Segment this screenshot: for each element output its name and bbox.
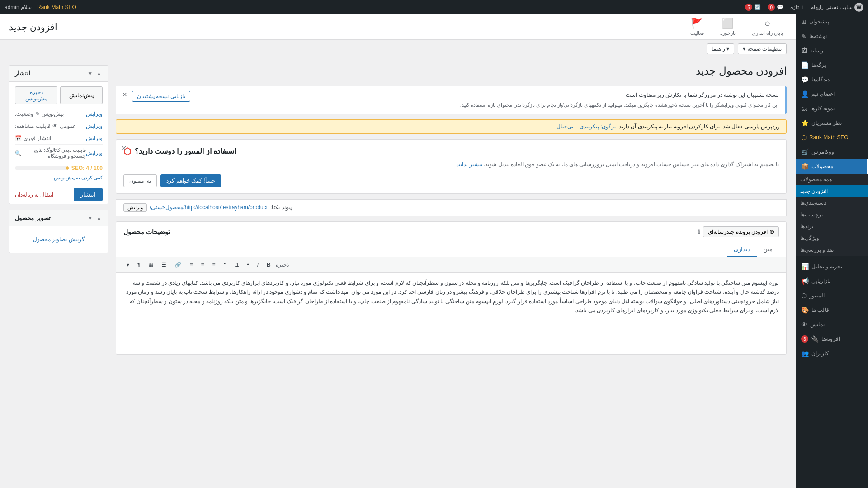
permalink-url[interactable]: http://localhost/testrayham/product/محصو… bbox=[150, 204, 268, 211]
sidebar-item-posts[interactable]: نوشته‌ها ✎ bbox=[796, 29, 868, 43]
add-media-btn[interactable]: ⊕ افزودن پرونده چندرسانه‌ای bbox=[703, 226, 779, 237]
ul-btn[interactable]: • bbox=[244, 260, 252, 270]
sidebar-item-woocommerce[interactable]: ووکامرس 🛒 bbox=[796, 145, 868, 159]
description-title: توضیحات محصول bbox=[123, 228, 170, 235]
backup-notice: نسخه پشتیبان این نوشته در مرورگر شما با … bbox=[116, 86, 787, 114]
sidebar-item-media[interactable]: رسانه 🖼 bbox=[796, 43, 868, 58]
list-btn[interactable]: ☰ bbox=[158, 260, 170, 270]
sidebar-item-team[interactable]: اعضای تیم 👤 bbox=[796, 87, 868, 101]
schedule-edit[interactable]: ویرایش bbox=[86, 135, 103, 141]
promo-yes-btn[interactable]: حتماً! کمک خواهم کرد bbox=[160, 174, 221, 187]
catalog-label-text: قابلیت دیدن کاتالوگ: نتایج جستجو و فروشگ… bbox=[23, 147, 86, 159]
catalog-edit[interactable]: ویرایش bbox=[86, 150, 103, 156]
image-upload-link[interactable]: گزینش تصاویر محصول bbox=[33, 236, 85, 243]
submenu-reviews-woo[interactable]: نقد و بررسی‌ها bbox=[796, 244, 868, 256]
admin-bar-comments[interactable]: 💬 0 bbox=[768, 4, 783, 11]
updates-label: بازخورد bbox=[720, 30, 736, 36]
blockquote-btn[interactable]: ❝ bbox=[221, 260, 230, 270]
tab-visual[interactable]: دیداری bbox=[727, 242, 757, 257]
visibility-edit[interactable]: ویرایش bbox=[86, 123, 103, 129]
preview-btn[interactable]: پیش‌نمایش bbox=[60, 86, 103, 104]
image-panel: ▲ ▼ تصویر محصول گزینش تصاویر محصول bbox=[9, 210, 108, 253]
img-toggle-up[interactable]: ▲ bbox=[95, 215, 103, 221]
submenu-label-cats: دسته‌بندی‌ها bbox=[800, 200, 826, 206]
description-box: ⊕ افزودن پرونده چندرسانه‌ای ℹ توضیحات مح… bbox=[116, 221, 787, 355]
promo-learn-more[interactable]: بیشتر بدانید bbox=[456, 161, 482, 168]
sidebar-label-products: محصولات bbox=[811, 163, 833, 169]
toggle-down-btn[interactable]: ▼ bbox=[86, 70, 94, 77]
sidebar-label-rankmath: Rank Math SEO bbox=[809, 134, 849, 141]
notice-backup-close[interactable]: ✕ bbox=[122, 91, 127, 98]
align-right-btn[interactable]: ≡ bbox=[209, 260, 218, 270]
toolbar-updates[interactable]: ⬜ بازخورد bbox=[717, 16, 739, 38]
sidebar-item-pages[interactable]: برگه‌ها 📄 bbox=[796, 58, 868, 72]
submenu-attributes[interactable]: ویژگی‌ها bbox=[796, 232, 868, 244]
seo-score-row: SEO: 4 / 100 bbox=[15, 162, 103, 174]
sidebar-item-elementor[interactable]: المنتور ⬡ bbox=[796, 288, 868, 303]
sidebar-item-users[interactable]: کاربران 👥 bbox=[796, 346, 868, 361]
admin-greeting[interactable]: سلام admin bbox=[5, 4, 32, 10]
admin-bar-new[interactable]: + تازه bbox=[790, 4, 804, 10]
warning-banner: وردپرس پارسی فعال شد! برای کارکردن افزون… bbox=[116, 119, 787, 134]
sidebar-item-products[interactable]: محصولات 📦 bbox=[796, 159, 868, 174]
settings-page-btn[interactable]: تنظیمات صفحه ▾ bbox=[738, 43, 787, 54]
link-btn[interactable]: 🔗 bbox=[171, 260, 184, 270]
submenu-tags[interactable]: برچسب‌ها bbox=[796, 209, 868, 221]
rank-math-adminbar[interactable]: Rank Math SEO bbox=[37, 4, 76, 10]
image-panel-title: تصویر محصول bbox=[15, 215, 51, 221]
improve-link[interactable]: کمی کردن به پیش‌نویس bbox=[54, 175, 103, 180]
sidebar-item-rankmath[interactable]: Rank Math SEO ⬡ bbox=[796, 130, 868, 145]
more-btn[interactable]: ▾ bbox=[123, 260, 132, 270]
italic-btn[interactable]: I bbox=[254, 260, 262, 270]
save-draft-btn[interactable]: ذخیره پیش‌نویس bbox=[15, 86, 57, 104]
align-center-btn[interactable]: ≡ bbox=[198, 260, 207, 270]
img-toggle-down[interactable]: ▼ bbox=[86, 215, 94, 221]
sidebar-item-portfolio[interactable]: نمونه کارها 🗂 bbox=[796, 101, 868, 116]
tab-text[interactable]: متن bbox=[757, 242, 779, 257]
admin-bar-updates[interactable]: 🔄 5 bbox=[745, 4, 761, 11]
image-panel-header[interactable]: ▲ ▼ تصویر محصول bbox=[9, 210, 108, 226]
ol-btn[interactable]: 1. bbox=[231, 260, 242, 270]
publish-panel-header[interactable]: ▲ ▼ انتشار bbox=[9, 66, 108, 82]
status-value: پیش‌نویس bbox=[42, 111, 64, 117]
align-left-btn[interactable]: ≡ bbox=[186, 260, 196, 270]
publish-btn[interactable]: انتشار bbox=[74, 188, 103, 201]
trash-link[interactable]: انتقال به زباله‌دان bbox=[15, 192, 53, 198]
sidebar-label-themes: قالب ها bbox=[811, 307, 829, 313]
paragraph-btn[interactable]: ¶ bbox=[134, 260, 143, 270]
bold-btn[interactable]: B bbox=[264, 260, 274, 270]
sidebar-item-reviews[interactable]: نظر مشتریان ⭐ bbox=[796, 116, 868, 130]
portfolio-icon: 🗂 bbox=[801, 105, 807, 112]
toolbar-dashboard[interactable]: ○ پایان راه اندازی bbox=[748, 16, 787, 38]
submenu-all-products[interactable]: همه محصولات bbox=[796, 174, 868, 185]
guide-btn[interactable]: ▾ راهنما bbox=[707, 43, 734, 54]
sidebar-label-plugins: افزونه‌ها bbox=[821, 336, 840, 342]
submenu-add-new[interactable]: افزودن جدید bbox=[796, 185, 868, 197]
promo-no-btn[interactable]: نه، ممنون bbox=[123, 174, 157, 187]
permalink-label: پیوند یکتا: bbox=[270, 204, 292, 211]
backup-restore-btn[interactable]: بازیابی نسخه پشتیبان bbox=[132, 91, 190, 102]
promo-close-btn[interactable]: ✕ bbox=[121, 144, 127, 153]
greeting-text: سلام admin bbox=[5, 4, 32, 10]
admin-bar-site[interactable]: W سایت تستی رایهام bbox=[811, 3, 863, 12]
tab-bar: متن دیداری bbox=[116, 242, 786, 257]
status-edit[interactable]: ویرایش bbox=[86, 111, 103, 117]
side-column: ▲ ▼ انتشار پیش‌نمایش ذخیره پیش‌نویس ویرا… bbox=[9, 65, 108, 355]
warning-link[interactable]: برگوی: پیکربندی – بی‌خیال bbox=[557, 123, 616, 130]
submenu-brands[interactable]: برندها bbox=[796, 221, 868, 232]
toolbar-activity[interactable]: 🚩 فعالیت bbox=[687, 16, 708, 38]
editor-content[interactable]: لورم ایپسوم متن ساختگی با تولید سادگی نا… bbox=[116, 273, 786, 354]
sidebar-item-appearance[interactable]: نمایش 👁 bbox=[796, 317, 868, 332]
content-wrap: افزودن محصول جدید نسخه پشتیبان این نوشته… bbox=[0, 58, 796, 362]
sidebar-item-themes[interactable]: قالب ها 🎨 bbox=[796, 303, 868, 317]
sidebar-item-plugins[interactable]: افزونه‌ها 🔌 3 bbox=[796, 332, 868, 346]
sidebar-item-marketing[interactable]: بازاریابی 📢 bbox=[796, 274, 868, 288]
sidebar-label-dashboard: پیشخوان bbox=[809, 19, 829, 25]
sidebar-item-dashboard[interactable]: پیشخوان ⊞ bbox=[796, 14, 868, 29]
permalink-edit-btn[interactable]: ویرایش bbox=[123, 203, 147, 212]
submenu-categories[interactable]: دسته‌بندی‌ها bbox=[796, 197, 868, 209]
toggle-up-btn[interactable]: ▲ bbox=[95, 70, 103, 77]
sidebar-item-comments[interactable]: دیدگاه‌ها 💬 bbox=[796, 72, 868, 87]
sidebar-item-analytics[interactable]: تجزیه و تحلیل 📊 bbox=[796, 259, 868, 274]
table-btn[interactable]: ▦ bbox=[145, 260, 156, 270]
